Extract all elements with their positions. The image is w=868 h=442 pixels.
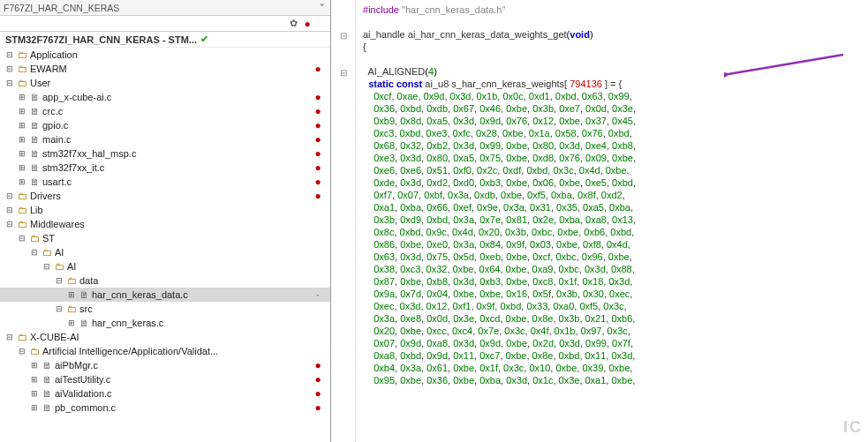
expand-icon[interactable]: ⊞ [18,90,26,104]
tree-item-label: Artificial Intelligence/Application/Vali… [42,344,218,358]
folder-icon: 🗀 [65,302,78,316]
expand-icon[interactable]: ⊟ [30,245,39,259]
project-title-label: STM32F767ZI_HAR_CNN_KERAS - STM... [5,34,197,45]
tree-file[interactable]: ⊞🗎crc.c● [0,104,330,118]
tree-folder[interactable]: ⊟🗀Middlewares [0,217,330,231]
tree-folder[interactable]: ⊟🗀User [0,76,330,90]
expand-icon[interactable]: ⊞ [18,104,26,118]
marker-icon: ● [306,386,330,401]
tree-folder[interactable]: ⊟🗀AI [0,245,330,259]
tree-file[interactable]: ⊞🗎aiTestUtility.c● [0,372,330,386]
project-tab-label: F767ZI_HAR_CNN_KERAS [4,3,119,13]
tree-file[interactable]: ⊞🗎aiValidation.c● [0,386,330,401]
file-icon: 🗎 [28,161,41,175]
tree-item-label: Drivers [30,189,61,203]
tree-item-label: stm32f7xx_hal_msp.c [42,146,136,161]
expand-icon[interactable]: ⊞ [30,372,39,386]
file-icon: 🗎 [78,288,90,302]
expand-icon[interactable]: ⊞ [18,175,26,189]
tree-folder[interactable]: ⊟🗀EWARM● [0,62,330,76]
project-tab[interactable]: F767ZI_HAR_CNN_KERAS ˅ [0,0,330,16]
expand-icon[interactable]: ⊞ [30,401,39,415]
fold-icon[interactable]: ⊟ [331,67,355,79]
tree-folder[interactable]: ⊟🗀data [0,273,330,288]
marker-icon: ● [306,189,330,203]
editor-gutter: ⊟ ⊟ [331,0,356,442]
expand-icon[interactable]: ⊟ [5,189,14,203]
tree-folder[interactable]: ⊟🗀AI [0,259,330,273]
code-editor[interactable]: ⊟ ⊟ #include "har_cnn_keras_data.h" ai_h… [331,0,868,442]
folder-icon: 🗀 [16,203,28,217]
tree-folder[interactable]: ⊟🗀Application [0,48,330,62]
expand-icon[interactable]: ⊟ [5,217,14,231]
expand-icon[interactable]: ⊞ [67,288,76,302]
tree-item-label: Application [30,48,78,62]
tree-file[interactable]: ⊞🗎har_cnn_keras_data.c· [0,288,330,302]
tree-file[interactable]: ⊞🗎har_cnn_keras.c [0,316,330,330]
folder-icon: 🗀 [16,62,28,76]
tree-item-label: AI [55,245,64,259]
expand-icon[interactable]: ⊞ [18,146,26,161]
expand-icon[interactable]: ⊞ [67,316,76,330]
tree-file[interactable]: ⊞🗎gpio.c● [0,118,330,132]
tree-item-label: ST [42,231,55,245]
expand-icon[interactable]: ⊟ [18,344,26,358]
tree-file[interactable]: ⊞🗎app_x-cube-ai.c● [0,90,330,104]
expand-icon[interactable]: ⊞ [30,386,39,401]
fold-icon[interactable]: ⊟ [331,30,355,42]
tree-item-label: pb_common.c [55,401,116,415]
project-title[interactable]: STM32F767ZI_HAR_CNN_KERAS - STM... ✔ [0,32,330,48]
expand-icon[interactable]: ⊞ [18,132,26,146]
marker-icon: ● [306,175,330,189]
tree-file[interactable]: ⊞🗎usart.c● [0,175,330,189]
tree-item-label: har_cnn_keras.c [92,316,163,330]
tree-item-label: User [30,76,50,90]
folder-icon: 🗀 [65,273,78,288]
expand-icon[interactable]: ⊟ [5,76,14,90]
tree-file[interactable]: ⊞🗎main.c● [0,132,330,146]
project-tree[interactable]: ⊟🗀Application⊟🗀EWARM●⊟🗀User⊞🗎app_x-cube-… [0,48,330,442]
expand-icon[interactable]: ⊟ [18,231,26,245]
tree-folder[interactable]: ⊟🗀ST [0,231,330,245]
expand-icon[interactable]: ⊟ [5,203,14,217]
tree-item-label: gpio.c [42,118,68,132]
expand-icon[interactable]: ⊟ [5,62,14,76]
expand-icon[interactable]: ⊞ [30,358,39,372]
tree-file[interactable]: ⊞🗎aiPbMgr.c● [0,358,330,372]
file-icon: 🗎 [28,104,41,118]
tree-folder[interactable]: ⊟🗀src [0,302,330,316]
chevron-down-icon[interactable]: ˅ [320,3,325,13]
expand-icon[interactable]: ⊞ [18,118,26,132]
checkmark-icon: ✔ [200,34,208,45]
tree-item-label: har_cnn_keras_data.c [92,288,188,302]
breakpoint-header-icon: ● [300,18,314,30]
folder-icon: 🗀 [16,330,28,344]
expand-icon[interactable]: ⊟ [5,330,14,344]
tree-folder[interactable]: ⊟🗀X-CUBE-AI [0,330,330,344]
tree-file[interactable]: ⊞🗎pb_common.c● [0,401,330,415]
tree-folder[interactable]: ⊟🗀Drivers● [0,189,330,203]
expand-icon[interactable]: ⊟ [5,48,14,62]
expand-icon[interactable]: ⊟ [55,302,64,316]
file-icon: 🗎 [78,316,90,330]
tree-item-label: aiTestUtility.c [55,372,110,386]
tree-file[interactable]: ⊞🗎stm32f7xx_it.c● [0,161,330,175]
tree-item-label: usart.c [42,175,72,189]
marker-icon: ● [306,118,330,132]
marker-icon: ● [306,132,330,146]
watermark: IC [843,418,863,437]
marker-icon: ● [306,372,330,386]
tree-item-label: stm32f7xx_it.c [42,161,104,175]
tree-folder[interactable]: ⊟🗀Lib [0,203,330,217]
folder-icon: 🗀 [41,245,53,259]
gear-icon[interactable]: ✿ [286,18,300,29]
expand-icon[interactable]: ⊟ [42,259,51,273]
editor-content[interactable]: #include "har_cnn_keras_data.h" ai_handl… [356,0,868,442]
expand-icon[interactable]: ⊞ [18,161,26,175]
tree-item-label: src [79,302,93,316]
folder-icon: 🗀 [28,344,41,358]
tree-file[interactable]: ⊞🗎stm32f7xx_hal_msp.c● [0,146,330,161]
file-icon: 🗎 [41,358,53,372]
expand-icon[interactable]: ⊟ [55,273,64,288]
tree-folder[interactable]: ⊟🗀Artificial Intelligence/Application/Va… [0,344,330,358]
